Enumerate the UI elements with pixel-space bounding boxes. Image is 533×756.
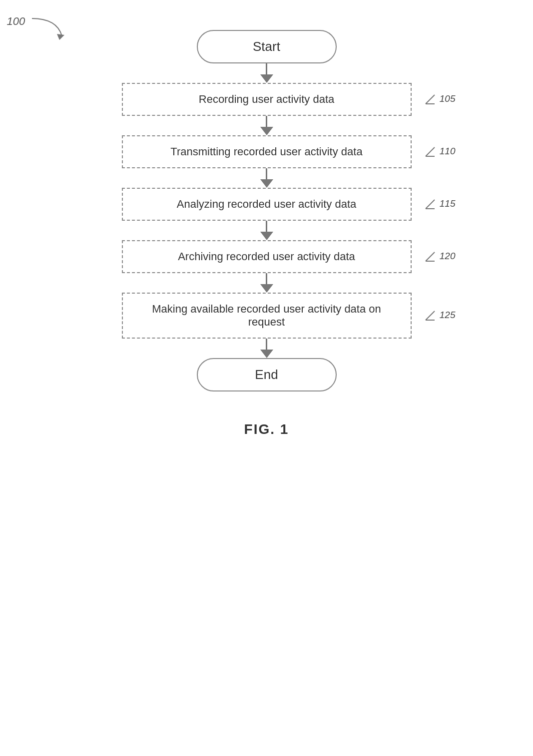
- step-120-container: Archiving recorded user activity data 12…: [92, 240, 442, 273]
- arrow-4: [260, 221, 273, 240]
- step-110-ref: 110: [423, 145, 456, 159]
- end-shape: End: [197, 358, 337, 391]
- step-105-container: Recording user activity data 105: [92, 83, 442, 116]
- step-125-container: Making available recorded user activity …: [92, 293, 442, 339]
- start-shape: Start: [197, 30, 337, 63]
- arrow-head-6: [260, 350, 273, 358]
- ref-slash-110: [423, 145, 437, 159]
- svg-line-9: [426, 311, 435, 320]
- arrow-shaft-1: [266, 63, 267, 74]
- step-110-container: Transmitting recorded user activity data…: [92, 135, 442, 168]
- arrow-head-5: [260, 284, 273, 293]
- diagram-container: 100 Start Recording user activity data: [92, 30, 442, 437]
- arrow-5: [260, 273, 273, 293]
- arrow-shaft-5: [266, 273, 267, 284]
- step-110-text: Transmitting recorded user activity data: [170, 145, 362, 158]
- arrow-head-4: [260, 232, 273, 240]
- ref-100-label: 100: [7, 15, 25, 28]
- step-105-ref: 105: [423, 92, 456, 106]
- arrow-head-2: [260, 127, 273, 135]
- arrow-shaft-4: [266, 221, 267, 232]
- arrow-shaft-2: [266, 116, 267, 127]
- step-115-text: Analyzing recorded user activity data: [177, 198, 357, 210]
- step-125-ref: 125: [423, 309, 456, 323]
- step-110-box: Transmitting recorded user activity data…: [122, 135, 412, 168]
- svg-line-1: [426, 95, 435, 104]
- start-label: Start: [253, 39, 280, 54]
- ref-slash-125: [423, 309, 437, 323]
- step-115-ref: 115: [423, 197, 456, 211]
- ref-slash-120: [423, 250, 437, 264]
- arrow-6: [260, 339, 273, 358]
- ref-slash-105: [423, 92, 437, 106]
- arrow-shaft-3: [266, 168, 267, 179]
- arrow-head-1: [260, 74, 273, 83]
- svg-line-5: [426, 200, 435, 209]
- ref-100-arrow: [27, 16, 72, 46]
- end-node: End: [92, 358, 442, 391]
- arrow-head-3: [260, 179, 273, 188]
- step-105-text: Recording user activity data: [199, 93, 334, 105]
- svg-line-7: [426, 252, 435, 261]
- step-125-box: Making available recorded user activity …: [122, 293, 412, 339]
- svg-line-3: [426, 147, 435, 156]
- step-120-box: Archiving recorded user activity data 12…: [122, 240, 412, 273]
- arrow-1: [260, 63, 273, 83]
- arrow-2: [260, 116, 273, 135]
- step-115-box: Analyzing recorded user activity data 11…: [122, 188, 412, 221]
- arrow-shaft-6: [266, 339, 267, 350]
- svg-marker-0: [57, 34, 64, 40]
- step-105-box: Recording user activity data 105: [122, 83, 412, 116]
- fig-caption: FIG. 1: [244, 421, 289, 437]
- ref-slash-115: [423, 197, 437, 211]
- step-120-text: Archiving recorded user activity data: [178, 250, 355, 263]
- figure-ref-100: 100: [7, 15, 72, 46]
- step-115-container: Analyzing recorded user activity data 11…: [92, 188, 442, 221]
- step-120-ref: 120: [423, 250, 456, 264]
- end-label: End: [255, 367, 278, 382]
- step-125-text: Making available recorded user activity …: [152, 303, 381, 328]
- page: 100 Start Recording user activity data: [0, 0, 533, 756]
- start-node: Start: [92, 30, 442, 63]
- arrow-3: [260, 168, 273, 188]
